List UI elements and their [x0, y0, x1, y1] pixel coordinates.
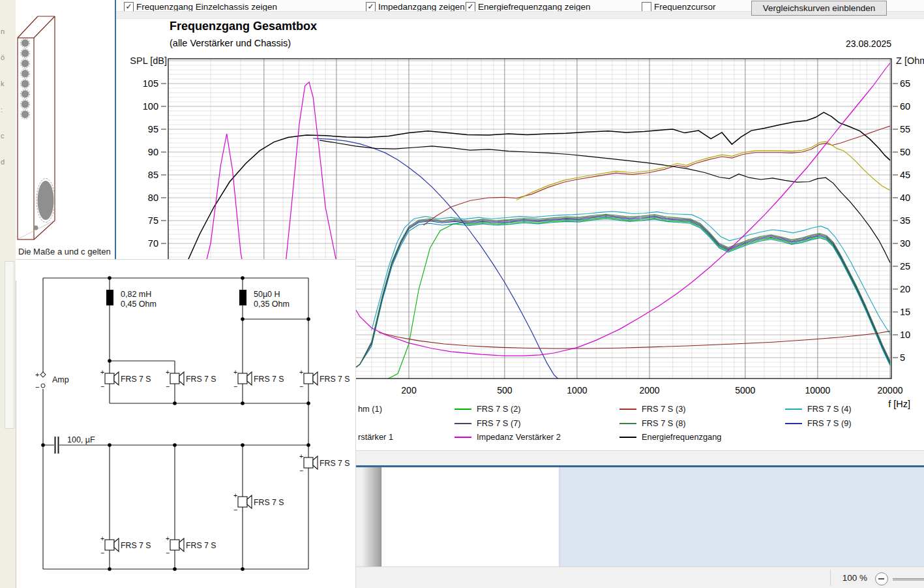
speaker-label: FRS 7 S — [121, 375, 151, 384]
x-tick-label: 1000 — [567, 385, 587, 395]
legend-label: FRS 7 S (9) — [807, 418, 852, 428]
right-tick-label: 60 — [900, 101, 910, 112]
right-tick-label: 50 — [900, 147, 910, 157]
legend-label: hm (1) — [358, 404, 382, 414]
speaker-label: FRS 7 S — [320, 459, 350, 468]
right-tick-label: 55 — [900, 124, 910, 134]
zoom-slider[interactable] — [893, 578, 924, 581]
left-tick-label: 105 — [143, 78, 158, 89]
legend-label: Energiefrequenzgang — [642, 432, 721, 442]
left-tick-label: 70 — [148, 238, 158, 249]
speaker-plus: + — [166, 534, 170, 542]
amp-label: Amp — [52, 375, 69, 384]
zoom-out-button[interactable] — [875, 572, 888, 585]
x-tick-label: 200 — [401, 385, 417, 395]
speaker-plus: + — [299, 452, 303, 460]
left-inner-panel — [5, 261, 14, 429]
speaker-label: FRS 7 S — [254, 498, 284, 507]
cutoff-text-letter: c — [1, 132, 5, 140]
right-tick-label: 30 — [900, 238, 910, 249]
amp-terminals: + − — [35, 371, 46, 391]
speaker-symbol: +−FRS 7 S — [233, 491, 284, 514]
document-page-blue — [559, 467, 924, 566]
speaker-symbol: +−FRS 7 S — [299, 452, 350, 474]
legend-swatch — [785, 409, 802, 410]
speaker-minus: − — [100, 382, 104, 390]
amp-minus: − — [35, 383, 39, 391]
curve-energiefrequenzgang — [320, 140, 890, 263]
background-toolbar-band — [355, 450, 924, 466]
right-tick-label: 5 — [900, 352, 905, 363]
crossover-schematic: + − Amp 0,82 mH 0,45 Ohm 50µ0 H 0,35 Ohm… — [16, 260, 355, 588]
left-cutoff-panel: nök:cd — [0, 0, 16, 588]
inductor2-symbol — [239, 290, 246, 305]
right-tick-label: 45 — [900, 170, 910, 180]
legend-label: FRS 7 S (3) — [642, 404, 686, 414]
curve-hm-1-dunkelgelb- — [516, 142, 890, 200]
speaker-minus: − — [166, 549, 170, 557]
cutoff-text-letter: d — [1, 158, 5, 166]
cabinet-drawing — [16, 0, 115, 281]
speaker-symbol: +−FRS 7 S — [166, 368, 216, 390]
right-tick-label: 20 — [900, 284, 910, 294]
inductor2-value: 50µ0 H — [254, 290, 280, 299]
speaker-plus: + — [299, 368, 303, 376]
speaker-label: FRS 7 S — [186, 375, 216, 384]
x-tick-label: 2000 — [639, 385, 659, 395]
legend-label: rstärker 1 — [358, 432, 393, 442]
cutoff-text-letter: k — [1, 80, 5, 87]
legend-label: FRS 7 S (8) — [642, 418, 686, 428]
capacitor-symbol — [55, 437, 59, 454]
speakers-group: +−FRS 7 S+−FRS 7 S+−FRS 7 S+−FRS 7 S+−FR… — [100, 368, 350, 557]
speaker-label: FRS 7 S — [320, 375, 350, 384]
right-tick-label: 40 — [900, 193, 910, 203]
cabinet-panel — [16, 0, 115, 281]
cutoff-text-letter: ö — [1, 54, 5, 61]
speaker-minus: − — [299, 382, 303, 390]
speaker-symbol: +−FRS 7 S — [166, 534, 216, 557]
legend-swatch — [455, 437, 471, 438]
inductor1-value: 0,82 mH — [121, 290, 151, 299]
speaker-minus: − — [233, 382, 237, 390]
woofer-ellipse — [34, 179, 55, 230]
speaker-plus: + — [233, 368, 237, 376]
right-tick-label: 65 — [900, 78, 910, 89]
left-tick-label: 85 — [148, 170, 158, 180]
legend-label: Impedanz Verstärker 2 — [477, 432, 561, 442]
left-tick-label: 80 — [148, 193, 158, 203]
left-tick-label: 90 — [148, 147, 158, 157]
inductor2-resistance: 0,35 Ohm — [254, 300, 290, 309]
status-bar: 100 % — [355, 566, 924, 588]
x-tick-label: 5000 — [735, 385, 755, 395]
speaker-symbol: +−FRS 7 S — [100, 534, 151, 557]
driver-array-circles — [21, 39, 30, 119]
schematic-wires — [43, 278, 308, 569]
speaker-minus: − — [166, 382, 170, 390]
page-shadow — [363, 467, 381, 566]
inductor1-resistance: 0,45 Ohm — [121, 300, 156, 309]
speaker-label: FRS 7 S — [254, 375, 284, 384]
speaker-minus: − — [299, 467, 303, 474]
legend-swatch — [619, 409, 636, 410]
cabinet-caption: Die Maße a und c gelten — [18, 247, 115, 256]
legend-swatch — [619, 437, 636, 438]
cutoff-text-letter: : — [1, 106, 3, 114]
legend-swatch — [455, 423, 471, 424]
speaker-label: FRS 7 S — [121, 541, 151, 550]
right-tick-label: 35 — [900, 215, 910, 226]
legend-label: FRS 7 S (7) — [477, 418, 521, 428]
app-root: { "toolbar": { "checkboxes": [ {"label":… — [0, 0, 924, 588]
left-tick-label: 100 — [143, 101, 158, 112]
cutoff-text-letter: n — [1, 27, 5, 35]
legend-label: FRS 7 S (4) — [807, 404, 852, 414]
x-axis-unit-label: f [Hz] — [888, 399, 910, 409]
document-page-white — [381, 467, 558, 566]
x-tick-label: 500 — [497, 385, 513, 395]
curve-impedanz-verst-rker-1-dunkelrot- — [379, 331, 890, 348]
zoom-level-label: 100 % — [822, 573, 867, 583]
junction-dots — [41, 276, 310, 571]
speaker-symbol: +−FRS 7 S — [100, 368, 151, 390]
speaker-plus: + — [100, 368, 104, 376]
speaker-plus: + — [166, 368, 170, 376]
speaker-minus: − — [100, 549, 104, 557]
